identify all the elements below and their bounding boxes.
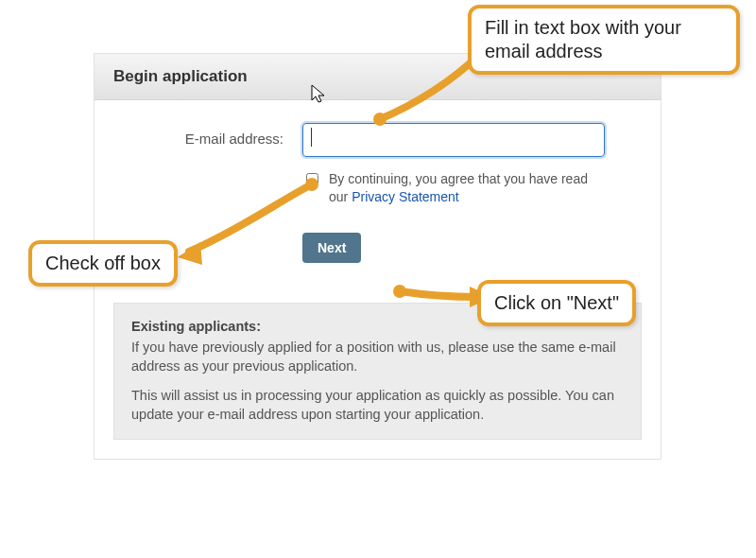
text-caret-icon (311, 128, 312, 147)
note-paragraph-1: If you have previously applied for a pos… (131, 338, 624, 376)
consent-row: By continuing, you agree that you have r… (113, 170, 642, 280)
consent-spacer (113, 170, 302, 178)
privacy-statement-link[interactable]: Privacy Statement (352, 189, 459, 204)
callout-checkbox: Check off box (28, 240, 178, 287)
callout-next: Click on "Next" (477, 280, 636, 326)
begin-application-panel: Begin application E-mail address: By con… (94, 53, 662, 460)
consent-checkbox[interactable] (306, 172, 318, 186)
consent-control: By continuing, you agree that you have r… (302, 170, 642, 280)
consent-block: By continuing, you agree that you have r… (302, 170, 605, 206)
email-input[interactable] (302, 123, 605, 157)
consent-text: By continuing, you agree that you have r… (329, 170, 605, 206)
email-label: E-mail address: (113, 123, 302, 147)
note-paragraph-2: This will assist us in processing your a… (131, 386, 624, 425)
email-row: E-mail address: (113, 123, 642, 157)
next-button[interactable]: Next (302, 233, 361, 263)
email-control (302, 123, 642, 157)
panel-body: E-mail address: By continuing, you agree… (94, 100, 661, 303)
callout-email: Fill in text box with your email address (468, 5, 740, 75)
